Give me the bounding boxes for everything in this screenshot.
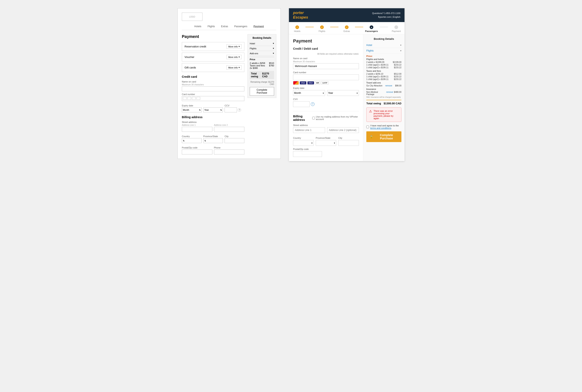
porter-sidebar-price: Price: Flights and hotels 2 adults x $10… <box>366 55 401 69</box>
porter-error-message: There was an error processing your payme… <box>374 110 399 120</box>
wf-booking-details: Booking Details Hotel Flights Add-ons Pr… <box>247 34 276 98</box>
nav-hotels[interactable]: Hotels <box>194 25 201 28</box>
voucher-row: Voucher More info <box>182 52 244 62</box>
porter-sidebar-title: Booking Details <box>366 37 401 40</box>
step-line-1 <box>306 27 314 27</box>
wf-booking-flights[interactable]: Flights <box>250 46 274 51</box>
voucher-label: Voucher <box>184 56 225 58</box>
porter-city-input[interactable] <box>338 140 359 146</box>
wf-addr2-input[interactable] <box>214 127 244 132</box>
wf-addr1-input[interactable] <box>182 127 212 132</box>
wf-month-select[interactable]: Month <box>182 108 202 112</box>
page-title: Payment <box>182 34 244 39</box>
porter-sidebar-flights[interactable]: Flights <box>366 48 401 54</box>
porter-name-label: Name on card <box>293 57 359 60</box>
porter-brand-top: porter <box>293 11 308 15</box>
nav-payment[interactable]: Payment <box>253 25 264 28</box>
step-flights[interactable]: ✓ Flights <box>314 25 330 32</box>
porter-street-label: Street address <box>293 124 359 126</box>
wf-card-number-label: Card number <box>182 93 244 96</box>
porter-header-right: Questions? 1-855-372-1100 flyporter.com … <box>372 12 400 19</box>
porter-addr1-input[interactable] <box>293 127 325 133</box>
porter-year-select[interactable]: Year <box>327 90 359 96</box>
nav-flights[interactable]: Flights <box>208 25 215 28</box>
wf-street-label: Street address <box>182 121 244 123</box>
wf-province-select[interactable] <box>203 138 223 143</box>
wf-city-label: City <box>224 135 244 138</box>
step-label-passengers: Passengers <box>365 30 378 32</box>
wf-complete-purchase-btn[interactable]: Complete Purchase <box>250 87 274 96</box>
wf-addr2-sublabel: Address Line 2 <box>214 124 244 126</box>
porter-sidebar-taxes: Taxes and fees 2 adults x $256.10 $512.0… <box>366 70 401 80</box>
credit-card-section-title: Credit card <box>182 75 244 78</box>
porter-name-input[interactable] <box>293 63 359 69</box>
porter-sidebar-hotel[interactable]: Hotel <box>366 42 401 48</box>
step-extras[interactable]: ✓ Extras <box>339 25 355 32</box>
porter-insurance-remove-btn[interactable]: remove <box>386 91 393 96</box>
porter-main: Payment Credit / Debit card All fields a… <box>289 34 363 161</box>
porter-complete-purchase-btn[interactable]: 🔒 Complete Purchase <box>366 131 401 142</box>
porter-price-subtitle: Flights and hotels <box>366 58 401 60</box>
wf-ccv-input[interactable] <box>224 108 237 112</box>
wf-city-input[interactable] <box>224 138 244 143</box>
step-payment[interactable]: Payment <box>388 25 405 32</box>
porter-expiry-label: Expiry date <box>293 87 359 89</box>
porter-card-number-input[interactable] <box>293 74 359 80</box>
porter-price-child1: 1 child (age2) x $199.11 $233.22 <box>366 64 401 66</box>
porter-month-select[interactable]: Month <box>293 90 325 96</box>
porter-country-select[interactable] <box>293 140 314 146</box>
porter-addon-remove-btn[interactable]: remove <box>385 84 392 87</box>
step-label-flights: Flights <box>319 30 325 32</box>
porter-agree-checkbox[interactable] <box>366 126 369 128</box>
wf-price-adults: 2 adults x $258 $510 <box>250 62 274 64</box>
step-dot-hotels: ✓ <box>295 25 299 29</box>
wf-postal-input[interactable] <box>182 150 212 154</box>
reservation-credit-more-btn[interactable]: More info <box>226 44 242 49</box>
porter-billing-checkbox-label: Use my mailing address from my VIPorter … <box>316 116 359 120</box>
porter-billing-checkbox[interactable]: Use my mailing address from my VIPorter … <box>312 116 359 120</box>
wf-name-sublabel: Maximum 30 characters <box>182 84 244 86</box>
porter-sidebar: Booking Details Hotel Flights Price: Fli… <box>363 34 405 161</box>
wf-ccv-help[interactable]: ? <box>238 108 241 112</box>
porter-billing-section: Billing address Use my mailing address f… <box>293 111 359 157</box>
wf-name-input[interactable] <box>182 86 244 91</box>
card-icon-3 <box>192 97 196 100</box>
porter-addr2-input[interactable] <box>327 127 359 133</box>
wf-postal-label: Postal/Zip code <box>182 146 212 149</box>
step-hotels[interactable]: ✓ Hotels <box>289 25 306 32</box>
wf-card-number-input[interactable] <box>182 96 244 101</box>
porter-error-icon: ⚠ <box>369 109 372 113</box>
wf-year-select[interactable]: Year <box>203 108 223 112</box>
reservation-credit-row: Reservation credit More info <box>182 42 244 51</box>
porter-billing-checkbox-input[interactable] <box>312 117 315 120</box>
porter-nav-links[interactable]: flyporter.com | English <box>372 15 400 19</box>
wf-booking-hotel[interactable]: Hotel <box>250 41 274 46</box>
porter-logo: porter Escapes <box>293 11 308 20</box>
porter-steps: ✓ Hotels ✓ Flights ✓ Extras ● Passengers… <box>289 22 405 34</box>
porter-agree-row: I have read and agree to the terms and c… <box>366 124 401 129</box>
porter-cvv-input[interactable] <box>293 101 310 107</box>
nav-extras[interactable]: Extras <box>221 25 228 28</box>
wf-country-label: Country <box>182 135 202 138</box>
step-passengers[interactable]: ● Passengers <box>363 25 380 32</box>
porter-insurance-title: Insurance <box>366 88 401 90</box>
porter-all-fields-note: All fields are required unless otherwise… <box>293 53 359 55</box>
porter-price-label: Price: <box>366 55 401 57</box>
wf-country-select[interactable] <box>182 138 202 143</box>
gift-cards-more-btn[interactable]: More info <box>226 65 242 70</box>
step-dot-passengers: ● <box>370 25 373 29</box>
porter-tax-child2: 1 child (age2) x $199.11 $233.22 <box>366 78 401 80</box>
wf-phone-input[interactable] <box>214 150 244 154</box>
porter-province-select[interactable] <box>316 140 336 146</box>
porter-tax-adults: 2 adults x $256.10 $512.00 <box>366 73 401 75</box>
porter-postal-input[interactable] <box>293 151 322 157</box>
wf-booking-addons[interactable]: Add-ons <box>250 51 274 56</box>
porter-cvv-help-icon[interactable]: ? <box>311 102 315 106</box>
wf-province-label: Province/State <box>203 135 223 138</box>
porter-terms-link[interactable]: terms and conditions <box>370 127 391 129</box>
card-icon-visa2: VISA <box>307 81 314 84</box>
wireframe-nav: Hotels Flights Extras Passengers Payment <box>182 25 276 30</box>
voucher-more-btn[interactable]: More info <box>226 55 242 59</box>
step-label-extras: Extras <box>344 30 350 32</box>
nav-passengers[interactable]: Passengers <box>234 25 247 28</box>
